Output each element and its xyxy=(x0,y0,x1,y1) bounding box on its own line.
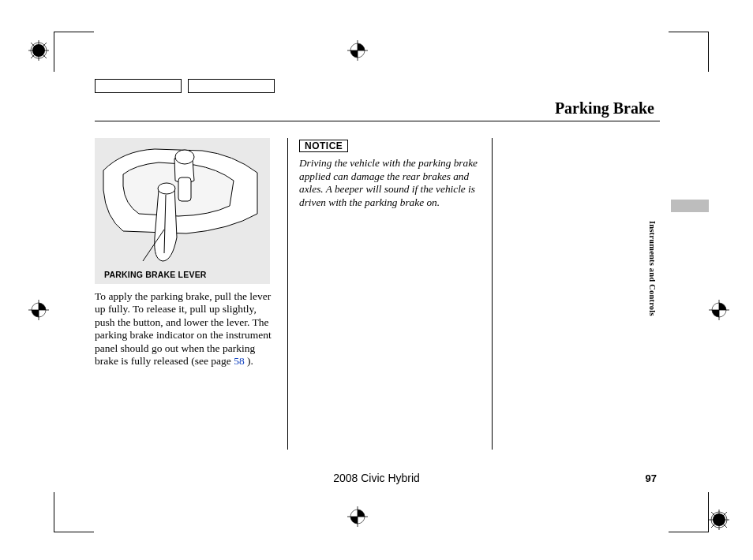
crop-mark xyxy=(54,492,94,532)
section-tab xyxy=(671,200,709,212)
body-paragraph: To apply the parking brake, pull the lev… xyxy=(95,290,276,368)
page-reference-link[interactable]: 58 xyxy=(234,355,245,367)
ref-box xyxy=(188,79,275,93)
cross-mark-icon xyxy=(347,40,368,64)
registration-mark-icon xyxy=(28,40,49,61)
crop-mark xyxy=(54,32,94,72)
svg-point-5 xyxy=(32,44,45,57)
svg-point-27 xyxy=(158,183,175,194)
header-ref-boxes xyxy=(95,79,275,93)
registration-mark-icon xyxy=(709,510,729,530)
footer-page-number: 97 xyxy=(646,472,657,484)
section-label: Instruments and Controls xyxy=(648,221,657,316)
cross-mark-icon xyxy=(347,506,368,530)
crop-mark xyxy=(669,492,709,532)
column-1: PARKING BRAKE LEVER To apply the parking… xyxy=(95,138,287,450)
cross-mark-icon xyxy=(709,300,729,323)
parking-brake-illustration xyxy=(99,143,265,269)
title-rule xyxy=(95,121,660,121)
column-3 xyxy=(492,138,661,450)
notice-text: Driving the vehicle with the parking bra… xyxy=(299,157,481,209)
cross-mark-icon xyxy=(28,300,49,323)
crop-mark xyxy=(669,32,709,72)
notice-label: NOTICE xyxy=(299,140,348,152)
content-area: PARKING BRAKE LEVER To apply the parking… xyxy=(95,138,663,450)
parking-brake-figure: PARKING BRAKE LEVER xyxy=(95,138,270,284)
body-text-tail: ). xyxy=(245,355,253,367)
page-title: Parking Brake xyxy=(555,99,654,118)
column-2: NOTICE Driving the vehicle with the park… xyxy=(287,138,492,450)
footer-model: 2008 Civic Hybrid xyxy=(0,472,753,484)
svg-point-11 xyxy=(713,513,725,526)
svg-point-25 xyxy=(175,150,194,164)
figure-caption: PARKING BRAKE LEVER xyxy=(104,270,207,279)
svg-rect-26 xyxy=(178,177,191,201)
ref-box xyxy=(95,79,182,93)
